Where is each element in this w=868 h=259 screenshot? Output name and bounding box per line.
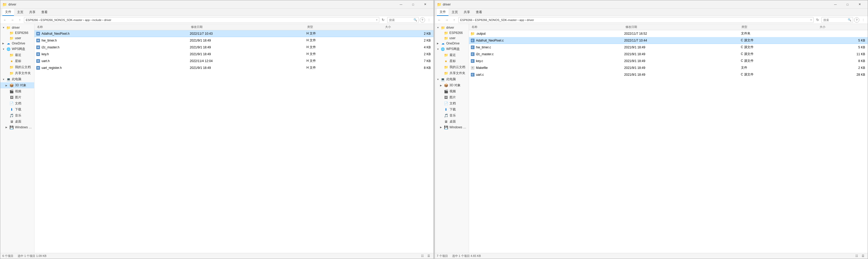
- sidebar-item-我的云文档[interactable]: 📁 我的云文档: [435, 64, 469, 70]
- sidebar-item-driver[interactable]: ▼ 📁 driver: [0, 25, 34, 30]
- col-header-name[interactable]: 名称: [471, 24, 624, 30]
- close-button[interactable]: [419, 0, 431, 9]
- table-row[interactable]: H uart_register.h 2021/9/1 18:49 H 文件 8 …: [34, 64, 433, 71]
- table-row[interactable]: C Adafruit_NeoPixel.c 2022/11/7 10:44 C …: [469, 37, 868, 44]
- sidebar-item-WPS网盘[interactable]: ▼ 🌐 WPS网盘: [435, 46, 469, 52]
- sidebar-item-桌面[interactable]: 🖥 桌面: [0, 119, 34, 125]
- file-list-header: 名称 修改日期 类型 大小: [469, 24, 868, 30]
- col-header-size[interactable]: 大小: [384, 24, 432, 30]
- refresh-button[interactable]: ↻: [380, 17, 386, 23]
- sidebar-item-OneDrive[interactable]: ▶ ☁ OneDrive: [435, 41, 469, 46]
- maximize-button[interactable]: [407, 0, 419, 9]
- refresh-button[interactable]: ↻: [815, 17, 820, 23]
- table-row[interactable]: C i2c_master.c 2021/9/1 18:49 C 源文件 11 K…: [469, 51, 868, 58]
- col-header-date[interactable]: 修改日期: [624, 24, 740, 30]
- sidebar-item-星标[interactable]: ★ 星标: [0, 58, 34, 64]
- table-row[interactable]: C uart.c 2021/9/1 18:49 C 源文件 28 KB: [469, 71, 868, 78]
- ribbon-tab-查看[interactable]: 查看: [473, 9, 485, 15]
- ribbon-tab-主页[interactable]: 主页: [14, 9, 26, 15]
- sidebar-item-3D 对象[interactable]: ▶ 📦 3D 对象: [0, 82, 34, 88]
- sidebar-item-ESP8266[interactable]: 📁 ESP8266: [0, 30, 34, 35]
- col-header-size[interactable]: 大小: [818, 24, 866, 30]
- maximize-button[interactable]: [841, 0, 854, 9]
- file-date-cell: 2021/9/1 18:49: [623, 73, 740, 76]
- explorer-body: ▼ 📁 driver 📁 ESP8266 📁 user ▶ ☁ OneDrive…: [0, 24, 433, 253]
- sidebar-item-共享文件夹[interactable]: 📁 共享文件夹: [435, 70, 469, 76]
- col-header-name[interactable]: 名称: [36, 24, 190, 30]
- col-size-label: 大小: [385, 25, 391, 29]
- help-button[interactable]: ?: [854, 18, 859, 23]
- forward-button[interactable]: →: [9, 17, 16, 23]
- table-row[interactable]: H hw_timer.h 2021/9/1 18:49 H 文件 2 KB: [34, 37, 433, 44]
- sidebar-item-user[interactable]: 📁 user: [435, 35, 469, 41]
- col-header-date[interactable]: 修改日期: [190, 24, 306, 30]
- sidebar-item-Windows (C:)[interactable]: ▶ 💾 Windows (C:): [435, 125, 469, 130]
- back-button[interactable]: ←: [2, 17, 8, 23]
- sidebar-item-图片[interactable]: 🖼 图片: [0, 94, 34, 100]
- list-view-button[interactable]: ☷: [854, 254, 859, 258]
- ribbon-tab-文件[interactable]: 文件: [437, 9, 448, 16]
- table-row[interactable]: C hw_timer.c 2021/9/1 18:49 C 源文件 5 KB: [469, 44, 868, 51]
- sidebar-item-图片[interactable]: 🖼 图片: [435, 94, 469, 100]
- ribbon-tab-共享[interactable]: 共享: [461, 9, 473, 15]
- sidebar-item-Windows (C:)[interactable]: ▶ 💾 Windows (C:): [0, 125, 34, 130]
- sidebar-folder-icon: 🖼: [9, 96, 14, 99]
- minimize-button[interactable]: [395, 0, 407, 9]
- sidebar-item-文档[interactable]: 📄 文档: [0, 100, 34, 106]
- up-button[interactable]: ↑: [451, 17, 457, 23]
- expand-button[interactable]: ⋮: [426, 17, 432, 23]
- ribbon-tab-查看[interactable]: 查看: [39, 9, 50, 15]
- back-button[interactable]: ←: [436, 17, 443, 23]
- sidebar-item-label: 我的云文档: [15, 65, 31, 69]
- sidebar-item-视频[interactable]: 🎬 视频: [435, 88, 469, 94]
- sidebar-item-音乐[interactable]: 🎵 音乐: [0, 112, 34, 119]
- table-row[interactable]: H Adafruit_NeoPixel.h 2022/11/7 10:43 H …: [34, 30, 433, 37]
- sidebar-item-最近[interactable]: 📁 最近: [0, 52, 34, 58]
- sidebar-item-driver[interactable]: ▼ 📁 driver: [435, 25, 469, 30]
- sidebar-item-最近[interactable]: 📁 最近: [435, 52, 469, 58]
- expand-arrow: ▶: [440, 84, 443, 87]
- sidebar-item-桌面[interactable]: 🖥 桌面: [435, 119, 469, 125]
- sidebar-item-我的云文档[interactable]: 📁 我的云文档: [0, 64, 34, 70]
- col-header-type[interactable]: 类型: [740, 24, 818, 30]
- up-button[interactable]: ↑: [17, 17, 23, 23]
- ribbon-tab-主页[interactable]: 主页: [449, 9, 461, 15]
- sidebar-item-user[interactable]: 📁 user: [0, 35, 34, 41]
- sidebar-item-此电脑[interactable]: ▼ 💻 此电脑: [0, 76, 34, 82]
- list-view-button[interactable]: ☷: [420, 254, 425, 258]
- sidebar-item-3D 对象[interactable]: ▶ 📦 3D 对象: [435, 82, 469, 88]
- table-row[interactable]: ≡ Makefile 2021/9/1 18:49 文件 2 KB: [469, 64, 868, 71]
- sidebar-item-星标[interactable]: ★ 星标: [435, 58, 469, 64]
- sidebar-item-OneDrive[interactable]: ▶ ☁ OneDrive: [0, 41, 34, 46]
- forward-button[interactable]: →: [444, 17, 450, 23]
- sidebar-item-label: 文档: [15, 101, 21, 106]
- table-row[interactable]: 📁 .output 2022/11/7 16:52 文件夹: [469, 30, 868, 37]
- ribbon-tab-文件[interactable]: 文件: [2, 9, 14, 16]
- sidebar-item-共享文件夹[interactable]: 📁 共享文件夹: [0, 70, 34, 76]
- sidebar-item-文档[interactable]: 📄 文档: [435, 100, 469, 106]
- close-button[interactable]: [854, 0, 866, 9]
- table-row[interactable]: C key.c 2021/9/1 18:49 C 源文件 8 KB: [469, 58, 868, 64]
- file-type-cell: C 源文件: [740, 52, 818, 56]
- sidebar-item-WPS网盘[interactable]: ▼ 🌐 WPS网盘: [0, 46, 34, 52]
- sidebar-item-ESP8266[interactable]: 📁 ESP8266: [435, 30, 469, 35]
- detail-view-button[interactable]: ☰: [860, 254, 866, 258]
- sidebar-item-下载[interactable]: ⬇ 下载: [0, 106, 34, 112]
- address-path[interactable]: ESP8266 › ESP8266_NONOS_SDK-master › app…: [459, 17, 814, 23]
- minimize-button[interactable]: [829, 0, 841, 9]
- expand-button[interactable]: ⋮: [860, 17, 866, 23]
- ribbon-tab-共享[interactable]: 共享: [27, 9, 38, 15]
- help-button[interactable]: ?: [420, 18, 425, 23]
- detail-view-button[interactable]: ☰: [426, 254, 431, 258]
- table-row[interactable]: H uart.h 2022/11/4 12:04 H 文件 7 KB: [34, 58, 433, 64]
- sidebar-item-下载[interactable]: ⬇ 下载: [435, 106, 469, 112]
- table-row[interactable]: H key.h 2021/9/1 18:49 H 文件 2 KB: [34, 51, 433, 58]
- table-row[interactable]: H i2c_master.h 2021/9/1 18:49 H 文件 4 KB: [34, 44, 433, 51]
- sidebar-item-视频[interactable]: 🎬 视频: [0, 88, 34, 94]
- sidebar-item-音乐[interactable]: 🎵 音乐: [435, 112, 469, 119]
- expand-arrow: ▼: [437, 48, 439, 51]
- col-header-type[interactable]: 类型: [306, 24, 384, 30]
- sidebar-item-此电脑[interactable]: ▼ 💻 此电脑: [435, 76, 469, 82]
- title-bar-controls: [829, 0, 866, 9]
- address-path[interactable]: ESP8266 › ESP8266_NONOS_SDK-master › app…: [24, 17, 379, 23]
